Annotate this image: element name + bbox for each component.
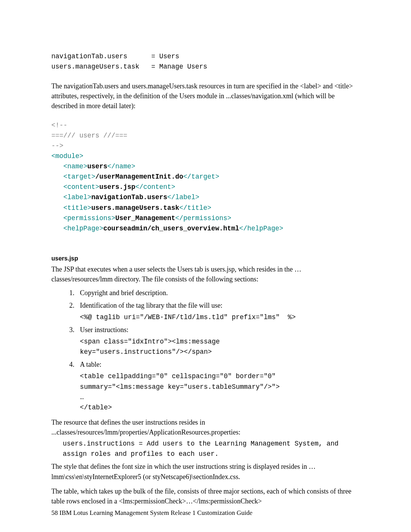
list-item-text: User instructions: bbox=[80, 326, 129, 334]
code-line: users.manageUsers.task = Manage Users bbox=[51, 63, 207, 70]
xml-text: navigationTab.users bbox=[91, 193, 167, 201]
xml-tag: <content> bbox=[64, 183, 100, 191]
xml-text: /userManagementInit.do bbox=[96, 173, 183, 181]
code-inline: <table cellpadding="0" cellspacing="0" b… bbox=[80, 371, 360, 413]
list-item: A table: <table cellpadding="0" cellspac… bbox=[76, 359, 360, 413]
code-block: users.instructions = Add users to the Le… bbox=[63, 439, 360, 459]
xml-text: User_Management bbox=[115, 214, 175, 222]
section-heading: users.jsp bbox=[51, 255, 360, 262]
body-paragraph: The style that defines the font size in … bbox=[51, 462, 360, 481]
xml-tag: </helpPage> bbox=[239, 225, 284, 232]
list-item-text: Identification of the tag library that t… bbox=[80, 302, 222, 309]
xml-comment: --> bbox=[51, 142, 64, 150]
page-number: 58 bbox=[51, 509, 58, 516]
xml-tag: <target> bbox=[64, 173, 96, 181]
xml-tag: <label> bbox=[64, 193, 92, 201]
xml-comment: <!-- bbox=[51, 121, 67, 129]
xml-text: courseadmin/ch_users_overview.html bbox=[104, 225, 239, 232]
xml-tag: </target> bbox=[183, 173, 220, 181]
xml-tag: </label> bbox=[167, 193, 199, 201]
xml-text: users bbox=[88, 163, 108, 170]
xml-tag: </name> bbox=[107, 163, 135, 170]
xml-comment: ===/// users ///=== bbox=[51, 132, 127, 139]
list-item: User instructions: <span class="idxIntro… bbox=[76, 325, 360, 357]
document-page: navigationTab.users = Users users.manage… bbox=[0, 0, 411, 532]
code-inline: <span class="idxIntro"><lms:message key=… bbox=[80, 337, 360, 357]
numbered-list: Copyright and brief description. Identif… bbox=[51, 288, 360, 413]
body-paragraph: The JSP that executes when a user select… bbox=[51, 264, 360, 284]
body-paragraph: The table, which takes up the bulk of th… bbox=[51, 486, 360, 506]
xml-tag: <permissions> bbox=[64, 214, 116, 222]
page-footer: 58 IBM Lotus Learning Management System … bbox=[51, 509, 252, 517]
xml-tag: </content> bbox=[135, 183, 175, 191]
xml-text: users.jsp bbox=[99, 183, 135, 191]
xml-tag: <helpPage> bbox=[64, 225, 104, 232]
xml-tag: <module> bbox=[51, 152, 83, 160]
list-item: Identification of the tag library that t… bbox=[76, 300, 360, 323]
code-xml-block: <!-- ===/// users ///=== --> <module> <n… bbox=[51, 120, 360, 234]
xml-tag: </title> bbox=[179, 204, 211, 212]
list-item-text: Copyright and brief description. bbox=[80, 289, 168, 297]
body-paragraph: The navigationTab.users and users.manage… bbox=[51, 81, 360, 111]
xml-tag: <title> bbox=[64, 204, 92, 212]
xml-tag: </permissions> bbox=[175, 214, 231, 222]
code-inline: <%@ taglib uri="/WEB-INF/tld/lms.tld" pr… bbox=[80, 312, 360, 323]
code-line: navigationTab.users = Users bbox=[51, 53, 179, 60]
body-paragraph: The resource that defines the user instr… bbox=[51, 417, 360, 437]
list-item: Copyright and brief description. bbox=[76, 288, 360, 298]
list-item-text: A table: bbox=[80, 361, 102, 368]
xml-text: users.manageUsers.task bbox=[91, 204, 179, 212]
code-properties: navigationTab.users = Users users.manage… bbox=[51, 51, 360, 72]
footer-title: IBM Lotus Learning Management System Rel… bbox=[59, 509, 252, 516]
xml-tag: <name> bbox=[64, 163, 88, 170]
